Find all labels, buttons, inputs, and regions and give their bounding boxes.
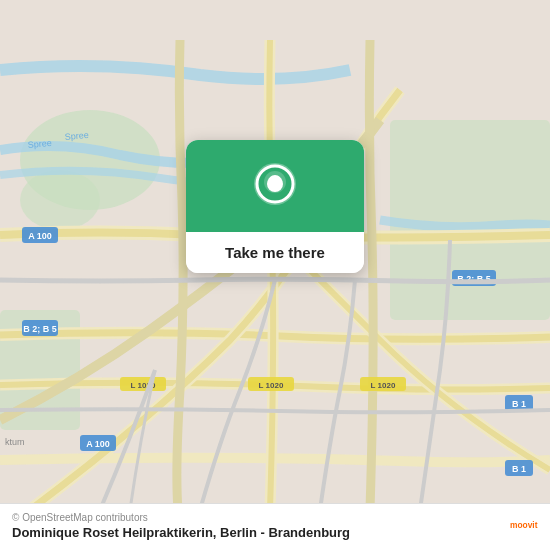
svg-text:Spree: Spree	[27, 138, 52, 150]
svg-text:L 1020: L 1020	[259, 381, 284, 390]
svg-text:L 1020: L 1020	[371, 381, 396, 390]
svg-text:B 1: B 1	[512, 399, 526, 409]
svg-point-2	[20, 170, 100, 230]
svg-text:A 100: A 100	[86, 439, 110, 449]
copyright-text: © OpenStreetMap contributors	[12, 512, 538, 523]
bottom-bar: © OpenStreetMap contributors Dominique R…	[0, 503, 550, 550]
svg-text:A 100: A 100	[28, 231, 52, 241]
svg-text:B 2; B 5: B 2; B 5	[23, 324, 57, 334]
moovit-icon: moovit	[510, 510, 538, 538]
take-me-there-card: Take me there	[186, 140, 364, 273]
svg-text:ktum: ktum	[5, 437, 25, 447]
card-header	[186, 140, 364, 232]
location-pin-icon	[253, 162, 297, 214]
map-container: A 100 B 2; B 5 B 2; B 5 L 1000 L 1020 L …	[0, 0, 550, 550]
svg-text:Spree: Spree	[64, 130, 89, 142]
svg-point-32	[268, 175, 282, 189]
take-me-there-button[interactable]: Take me there	[186, 232, 364, 273]
svg-text:moovit: moovit	[510, 520, 538, 530]
svg-text:B 1: B 1	[512, 464, 526, 474]
map-svg: A 100 B 2; B 5 B 2; B 5 L 1000 L 1020 L …	[0, 0, 550, 550]
location-name: Dominique Roset Heilpraktikerin, Berlin …	[12, 525, 538, 540]
moovit-logo: moovit	[510, 510, 538, 538]
